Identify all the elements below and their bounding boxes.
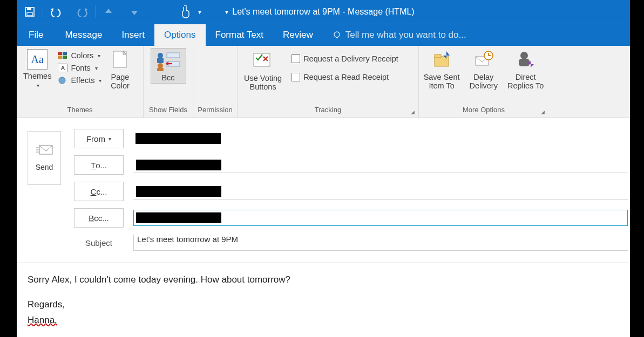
save-icon	[24, 6, 35, 17]
send-button[interactable]: Send	[28, 131, 61, 185]
group-more-options: Save Sent Item To Delay Delivery Direct …	[419, 46, 548, 118]
redo-button[interactable]	[69, 0, 95, 24]
bcc-button[interactable]: Bcc...	[74, 208, 124, 228]
tab-file[interactable]: File	[17, 24, 55, 46]
voting-icon	[250, 49, 275, 72]
bcc-button[interactable]: Bcc	[151, 48, 186, 84]
send-label: Send	[36, 163, 53, 171]
svg-rect-1	[27, 8, 31, 10]
save-sent-item-to-button[interactable]: Save Sent Item To	[422, 48, 462, 91]
tab-insert[interactable]: Insert	[112, 24, 154, 46]
group-more-options-label: More Options	[423, 106, 544, 118]
group-show-fields: Bcc Show Fields	[144, 46, 193, 118]
body-regards: Regards,	[28, 298, 619, 312]
undo-button[interactable]	[43, 0, 69, 24]
up-arrow-icon	[104, 7, 113, 17]
to-button[interactable]: TTo...o...	[74, 155, 124, 175]
direct-replies-to-button[interactable]: Direct Replies To	[505, 48, 546, 91]
from-value: user1@example.com	[135, 133, 221, 144]
svg-rect-23	[519, 59, 530, 66]
delay-delivery-button[interactable]: Delay Delivery	[467, 48, 500, 91]
svg-rect-2	[27, 12, 32, 16]
more-options-launcher[interactable]: ◢	[539, 108, 546, 116]
themes-button[interactable]: Aa Themes ▾	[21, 48, 53, 90]
tab-message[interactable]: Message	[55, 24, 112, 46]
save-sent-icon	[430, 49, 453, 71]
delay-icon	[472, 49, 495, 71]
group-themes: Aa Themes ▾ Colors▾ A Fonts▾	[17, 46, 144, 118]
group-tracking-label: Tracking	[242, 106, 414, 118]
group-tracking: Use Voting Buttons Request a Delivery Re…	[238, 46, 419, 118]
ribbon: Aa Themes ▾ Colors▾ A Fonts▾	[17, 46, 630, 118]
chevron-down-icon: ▾	[37, 82, 39, 88]
checkbox-icon	[292, 73, 300, 81]
bcc-field[interactable]: user1@example.com	[133, 210, 628, 226]
cc-value: user1@example.com	[136, 186, 221, 197]
touch-icon	[180, 4, 192, 18]
group-permission: Permission	[193, 46, 238, 118]
bcc-icon	[155, 50, 182, 71]
touch-mouse-mode-button[interactable]	[180, 4, 192, 20]
undo-icon	[49, 6, 63, 17]
direct-replies-icon	[514, 49, 537, 71]
checkbox-icon	[292, 54, 300, 63]
fonts-button[interactable]: A Fonts▾	[58, 64, 101, 72]
svg-rect-4	[336, 37, 338, 38]
tell-me-placeholder: Tell me what you want to do...	[345, 30, 466, 40]
from-button[interactable]: From ▾	[74, 129, 124, 148]
effects-button[interactable]: Effects▾	[58, 76, 101, 85]
colors-icon	[58, 52, 67, 59]
fonts-icon: A	[58, 64, 67, 72]
message-body[interactable]: Sorry Alex, I couldn't come today evenin…	[17, 263, 630, 337]
body-signature: Hanna.	[28, 313, 619, 327]
svg-point-11	[158, 53, 163, 58]
to-field[interactable]: user1@example.com	[133, 157, 628, 173]
customize-qat-icon[interactable]: ▼	[224, 9, 229, 15]
to-value: user1@example.com	[136, 160, 221, 170]
subject-label: Subject	[74, 238, 124, 247]
group-permission-label: Permission	[198, 106, 233, 118]
request-delivery-receipt-checkbox[interactable]: Request a Delivery Receipt	[292, 54, 398, 63]
cc-button[interactable]: Cc...	[74, 182, 124, 201]
themes-label: Themes	[23, 72, 51, 80]
quick-access-toolbar: ▼ ▼	[17, 0, 229, 24]
next-item-button[interactable]	[121, 0, 147, 24]
subject-value: Let's meet tomorrow at 9PM	[137, 235, 238, 244]
colors-button[interactable]: Colors▾	[58, 51, 101, 60]
svg-rect-14	[157, 68, 164, 71]
group-show-fields-label: Show Fields	[148, 106, 188, 118]
previous-item-button[interactable]	[96, 0, 121, 24]
svg-rect-19	[435, 54, 441, 58]
themes-icon: Aa	[27, 49, 48, 70]
cc-field[interactable]: user1@example.com	[133, 183, 628, 200]
svg-point-13	[158, 63, 163, 68]
tab-review[interactable]: Review	[273, 24, 323, 46]
save-button[interactable]	[17, 0, 43, 24]
subject-field[interactable]: Let's meet tomorrow at 9PM	[133, 235, 628, 251]
compose-header: Send From ▾ user1@example.com TTo...o...…	[17, 118, 630, 251]
redo-icon	[75, 6, 89, 17]
svg-point-9	[59, 77, 65, 84]
down-arrow-icon	[130, 7, 139, 17]
request-read-receipt-checkbox[interactable]: Request a Read Receipt	[292, 73, 398, 81]
lightbulb-icon	[333, 31, 341, 39]
tell-me-search[interactable]: Tell me what you want to do...	[323, 24, 476, 46]
effects-icon	[58, 76, 67, 85]
svg-rect-15	[167, 53, 180, 58]
send-icon	[35, 145, 53, 156]
ribbon-tabs: File Message Insert Options Format Text …	[17, 24, 630, 46]
body-line-1: Sorry Alex, I couldn't come today evenin…	[28, 273, 619, 287]
svg-rect-8	[63, 56, 67, 59]
from-field[interactable]: user1@example.com	[133, 130, 628, 147]
tab-format-text[interactable]: Format Text	[206, 24, 273, 46]
tracking-launcher[interactable]: ◢	[409, 108, 416, 116]
title-bar: ▼ ▼ Let's meet tomorrow at 9PM - Message…	[17, 0, 630, 24]
chevron-down-icon[interactable]: ▼	[197, 9, 202, 15]
svg-point-22	[520, 52, 528, 59]
svg-rect-6	[63, 52, 67, 55]
svg-point-3	[334, 32, 340, 37]
use-voting-buttons[interactable]: Use Voting Buttons	[242, 48, 284, 92]
page-color-button[interactable]: Page Color	[108, 48, 132, 91]
tab-options[interactable]: Options	[154, 24, 206, 46]
svg-rect-18	[435, 57, 449, 66]
